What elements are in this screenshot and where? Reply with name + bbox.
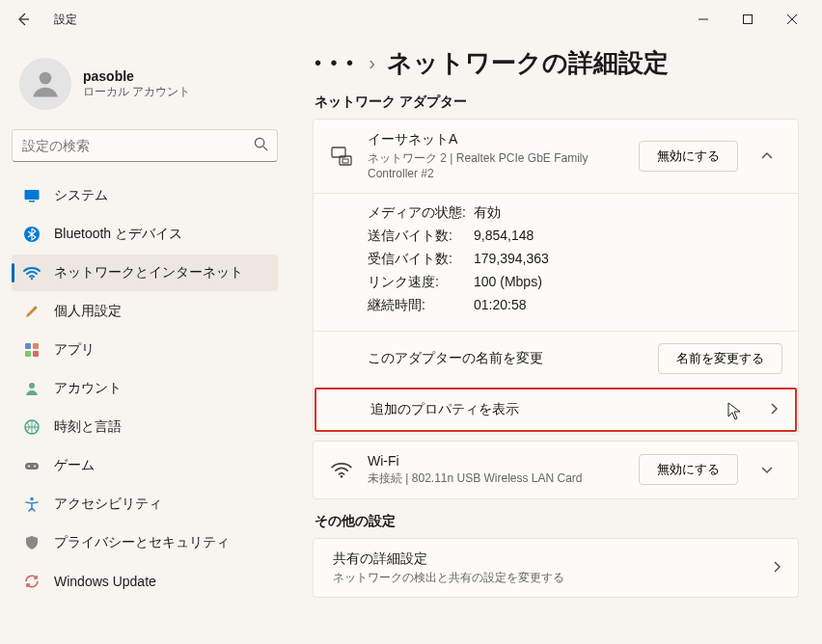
svg-point-18	[28, 466, 30, 468]
monitor-icon	[23, 187, 41, 204]
nav-gaming[interactable]: ゲーム	[12, 447, 278, 484]
disable-button[interactable]: 無効にする	[639, 454, 738, 485]
accessibility-icon	[23, 496, 41, 513]
nav-list: システム Bluetooth とデバイス ネットワークとインターネット 個人用設…	[12, 177, 278, 600]
adapter-details: メディアの状態:有効 送信バイト数:9,854,148 受信バイト数:179,3…	[314, 193, 798, 331]
detail-sent-value: 9,854,148	[474, 228, 534, 245]
additional-properties-label: 追加のプロパティを表示	[370, 401, 519, 418]
window-title: 設定	[54, 12, 77, 28]
rename-button[interactable]: 名前を変更する	[658, 343, 782, 374]
disable-button[interactable]: 無効にする	[639, 141, 738, 172]
chevron-right-icon	[771, 560, 782, 576]
svg-line-6	[263, 147, 267, 150]
user-icon	[28, 67, 63, 101]
breadcrumb: • • • › ネットワークの詳細設定	[313, 46, 799, 80]
svg-rect-7	[25, 190, 40, 200]
rename-label: このアダプターの名前を変更	[368, 350, 658, 367]
svg-rect-1	[744, 15, 753, 24]
detail-speed-value: 100 (Mbps)	[474, 274, 542, 291]
minimize-button[interactable]	[681, 4, 726, 35]
back-arrow-icon	[15, 12, 31, 27]
svg-point-5	[255, 138, 263, 147]
sharing-title: 共有の詳細設定	[333, 550, 757, 568]
account-icon	[23, 380, 41, 397]
breadcrumb-separator-icon: ›	[369, 52, 375, 74]
adapter-name: イーサネットA	[368, 131, 625, 148]
nav-apps[interactable]: アプリ	[12, 332, 278, 368]
search-icon	[254, 137, 268, 154]
svg-point-10	[31, 278, 33, 280]
svg-rect-13	[25, 351, 31, 357]
svg-point-20	[30, 497, 34, 501]
minimize-icon	[699, 14, 708, 24]
sharing-settings-card[interactable]: 共有の詳細設定 ネットワークの検出と共有の設定を変更する	[313, 538, 799, 598]
maximize-icon	[743, 14, 753, 24]
user-profile[interactable]: pasoble ローカル アカウント	[12, 46, 278, 125]
page-title: ネットワークの詳細設定	[387, 46, 669, 80]
svg-rect-23	[342, 159, 348, 163]
detail-sent-label: 送信バイト数:	[368, 228, 474, 245]
nav-windows-update[interactable]: Windows Update	[12, 563, 278, 600]
expand-toggle[interactable]	[752, 454, 782, 485]
shield-icon	[23, 534, 41, 551]
section-other: その他の設定	[315, 513, 799, 530]
close-button[interactable]	[770, 4, 814, 35]
svg-point-4	[40, 72, 52, 85]
adapter-card-wifi: Wi-Fi 未接続 | 802.11n USB Wireless LAN Car…	[313, 441, 799, 498]
section-network-adapters: ネットワーク アダプター	[315, 94, 799, 111]
svg-rect-17	[25, 463, 39, 470]
detail-media-value: 有効	[474, 204, 501, 222]
chevron-up-icon	[760, 149, 774, 163]
sharing-sub: ネットワークの検出と共有の設定を変更する	[333, 570, 757, 585]
update-icon	[23, 573, 41, 590]
brush-icon	[23, 303, 41, 320]
nav-time-language[interactable]: 時刻と言語	[12, 409, 278, 445]
globe-clock-icon	[23, 418, 41, 436]
collapse-toggle[interactable]	[752, 141, 782, 172]
sidebar: pasoble ローカル アカウント システム Bluetooth とデバイス …	[0, 39, 289, 644]
svg-rect-11	[25, 343, 31, 349]
gamepad-icon	[23, 457, 41, 474]
detail-recv-value: 179,394,363	[474, 251, 549, 268]
chevron-right-icon	[768, 402, 780, 417]
nav-accessibility[interactable]: アクセシビリティ	[12, 486, 278, 523]
nav-accounts[interactable]: アカウント	[12, 370, 278, 407]
svg-point-19	[34, 466, 36, 468]
breadcrumb-more-button[interactable]: • • •	[313, 48, 357, 78]
back-button[interactable]	[8, 4, 39, 35]
detail-speed-label: リンク速度:	[368, 274, 474, 291]
search-input[interactable]	[12, 129, 278, 162]
wifi-icon	[329, 459, 354, 480]
nav-bluetooth[interactable]: Bluetooth とデバイス	[12, 216, 278, 253]
bluetooth-icon	[23, 226, 41, 243]
maximize-button[interactable]	[726, 4, 770, 35]
apps-icon	[23, 341, 41, 359]
adapter-name: Wi-Fi	[368, 453, 625, 469]
adapter-description: 未接続 | 802.11n USB Wireless LAN Card	[368, 470, 625, 486]
avatar	[19, 58, 71, 110]
detail-duration-label: 継続時間:	[368, 297, 474, 314]
wifi-icon	[23, 264, 41, 282]
user-name: pasoble	[83, 68, 190, 84]
svg-point-24	[341, 475, 343, 478]
nav-privacy[interactable]: プライバシーとセキュリティ	[12, 524, 278, 561]
svg-rect-14	[33, 351, 39, 357]
cursor-icon	[727, 402, 743, 424]
settings-window: 設定 pasoble ローカル アカウント	[0, 0, 822, 644]
titlebar: 設定	[0, 0, 822, 39]
chevron-down-icon	[760, 463, 774, 476]
adapter-card-ethernet: イーサネットA ネットワーク 2 | Realtek PCIe GbE Fami…	[313, 119, 799, 435]
additional-properties-row[interactable]: 追加のプロパティを表示	[315, 388, 797, 432]
nav-personalization[interactable]: 個人用設定	[12, 293, 278, 330]
detail-recv-label: 受信バイト数:	[368, 251, 474, 268]
detail-duration-value: 01:20:58	[474, 297, 527, 314]
adapter-description: ネットワーク 2 | Realtek PCIe GbE Family Contr…	[368, 150, 625, 181]
detail-media-label: メディアの状態:	[368, 204, 474, 222]
main-content: • • • › ネットワークの詳細設定 ネットワーク アダプター イーサネットA…	[289, 39, 822, 644]
user-subtitle: ローカル アカウント	[83, 84, 190, 100]
ethernet-icon	[329, 145, 354, 168]
nav-network[interactable]: ネットワークとインターネット	[12, 255, 278, 291]
svg-point-15	[29, 383, 35, 389]
close-icon	[787, 14, 797, 24]
nav-system[interactable]: システム	[12, 177, 278, 214]
